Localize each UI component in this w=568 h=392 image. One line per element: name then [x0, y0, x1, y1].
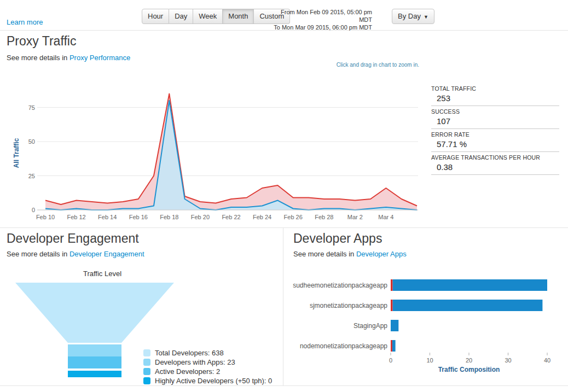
svg-text:75: 75	[28, 104, 35, 111]
range-button-day[interactable]: Day	[169, 9, 193, 24]
svg-text:Feb 26: Feb 26	[284, 214, 303, 220]
funnel-legend: Total Developers: 638Developers with App…	[143, 349, 272, 386]
svg-text:Feb 12: Feb 12	[67, 214, 85, 220]
svg-text:Mar 2: Mar 2	[347, 214, 363, 220]
stat-label: TOTAL TRAFFIC	[431, 85, 559, 92]
by-day-label: By Day	[398, 12, 421, 20]
stat-value: 57.71 %	[431, 139, 559, 149]
date-range: From Mon Feb 09 2015, 05:00 pm MDT To Mo…	[270, 8, 372, 31]
stat-label: SUCCESS	[431, 108, 559, 115]
legend-item: Highly Active Developers (+50 tph): 0	[143, 377, 272, 385]
legend-label: Total Developers: 638	[155, 349, 224, 357]
stat-row: ERROR RATE57.71 %	[431, 129, 559, 152]
legend-item: Developers with Apps: 23	[143, 358, 272, 366]
svg-text:0: 0	[32, 207, 35, 213]
svg-text:Feb 20: Feb 20	[191, 214, 210, 220]
learn-more-link[interactable]: Learn more	[7, 18, 43, 26]
svg-text:40: 40	[544, 357, 550, 364]
topbar: Learn more HourDayWeekMonthCustom From M…	[0, 0, 568, 31]
svg-text:10: 10	[426, 357, 433, 364]
stat-label: AVERAGE TRANSACTIONS PER HOUR	[431, 154, 559, 161]
legend-item: Total Developers: 638	[143, 349, 272, 357]
zoom-hint: Click and drag in chart to zoom in.	[337, 62, 419, 68]
range-button-hour[interactable]: Hour	[142, 9, 169, 24]
svg-text:Feb 16: Feb 16	[129, 214, 148, 220]
stat-value: 107	[431, 116, 559, 126]
developer-apps-link[interactable]: Developer Apps	[356, 250, 407, 258]
stats-panel: TOTAL TRAFFIC253SUCCESS107ERROR RATE57.7…	[431, 83, 559, 175]
range-button-week[interactable]: Week	[193, 9, 223, 24]
developer-engagement-subtitle: See more details in Developer Engagement	[7, 250, 144, 258]
developer-apps-section: Developer Apps See more details in Devel…	[283, 228, 568, 386]
stat-value: 0.38	[431, 162, 559, 172]
svg-text:Feb 18: Feb 18	[160, 214, 178, 220]
svg-text:Feb 14: Feb 14	[98, 214, 117, 220]
proxy-performance-link[interactable]: Proxy Performance	[69, 54, 130, 62]
svg-text:Traffic Composition: Traffic Composition	[438, 366, 500, 373]
svg-text:nodemonetizationpackageapp: nodemonetizationpackageapp	[300, 342, 387, 350]
details-prefix: See more details in	[7, 250, 67, 258]
legend-swatch	[143, 359, 150, 366]
caret-down-icon: ▼	[424, 14, 428, 20]
svg-text:StagingApp: StagingApp	[353, 322, 387, 330]
funnel-title: Traffic Level	[12, 270, 193, 278]
svg-text:All Traffic: All Traffic	[13, 138, 20, 168]
developer-apps-title: Developer Apps	[293, 231, 382, 246]
proxy-traffic-chart[interactable]: 0255075Feb 10Feb 12Feb 14Feb 16Feb 18Feb…	[4, 77, 428, 224]
range-button-group: HourDayWeekMonthCustom	[142, 9, 290, 24]
developer-apps-subtitle: See more details in Developer Apps	[293, 250, 407, 258]
svg-text:Mar 4: Mar 4	[378, 214, 393, 220]
svg-text:Feb 22: Feb 22	[222, 214, 240, 220]
legend-label: Highly Active Developers (+50 tph): 0	[155, 377, 272, 385]
developer-engagement-title: Developer Engagement	[7, 231, 139, 246]
range-button-month[interactable]: Month	[223, 9, 254, 24]
svg-text:20: 20	[466, 357, 472, 364]
legend-label: Developers with Apps: 23	[155, 358, 235, 366]
svg-text:30: 30	[505, 357, 511, 364]
details-prefix: See more details in	[7, 54, 67, 62]
legend-swatch	[143, 368, 150, 375]
developer-apps-chart: 010203040sudheemonetizationpackageappsjm…	[290, 271, 561, 377]
legend-item: Active Developers: 2	[143, 367, 272, 376]
proxy-traffic-section: Proxy Traffic See more details in Proxy …	[0, 31, 568, 228]
svg-text:Feb 10: Feb 10	[36, 214, 55, 220]
by-day-dropdown[interactable]: By Day▼	[392, 9, 434, 24]
stat-row: TOTAL TRAFFIC253	[431, 83, 559, 106]
developer-engagement-section: Developer Engagement See more details in…	[0, 228, 283, 386]
stat-row: AVERAGE TRANSACTIONS PER HOUR0.38	[431, 152, 559, 175]
date-to: To Mon Mar 09 2015, 06:00 pm MDT	[270, 24, 372, 31]
svg-text:sudheemonetizationpackageapp: sudheemonetizationpackageapp	[293, 282, 387, 289]
legend-swatch	[143, 349, 150, 356]
svg-text:Feb 24: Feb 24	[253, 214, 271, 220]
bottom-panels: Developer Engagement See more details in…	[0, 228, 568, 386]
date-from: From Mon Feb 09 2015, 05:00 pm MDT	[270, 8, 372, 24]
svg-text:25: 25	[28, 173, 35, 179]
svg-text:Feb 28: Feb 28	[315, 214, 333, 220]
details-prefix: See more details in	[293, 250, 354, 258]
developer-engagement-link[interactable]: Developer Engagement	[69, 250, 144, 258]
stat-row: SUCCESS107	[431, 106, 559, 129]
legend-label: Active Developers: 2	[155, 367, 220, 376]
svg-text:0: 0	[389, 357, 392, 364]
proxy-traffic-title: Proxy Traffic	[7, 34, 76, 49]
svg-text:50: 50	[28, 138, 35, 145]
stat-value: 253	[431, 93, 559, 103]
stat-label: ERROR RATE	[431, 131, 559, 138]
proxy-traffic-subtitle: See more details in Proxy Performance	[7, 54, 130, 62]
svg-text:sjmonetizationpackageapp: sjmonetizationpackageapp	[310, 302, 387, 309]
legend-swatch	[143, 377, 150, 384]
